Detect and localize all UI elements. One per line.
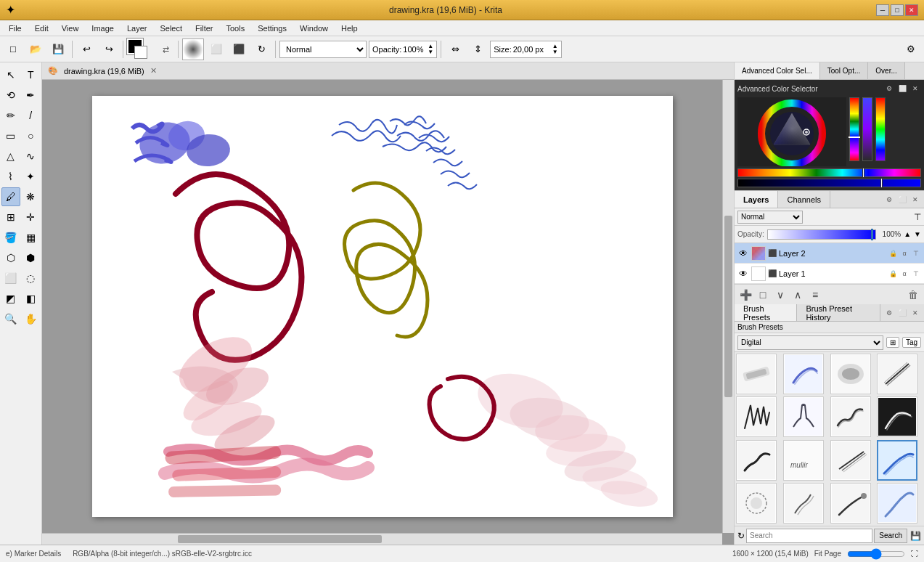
freehand-select-tool[interactable]: ◌	[22, 269, 41, 288]
select-tool[interactable]: ↖	[1, 65, 20, 84]
brush-cell-6[interactable]	[783, 396, 824, 437]
ellipse-tool[interactable]: ○	[22, 126, 41, 145]
layer-row-2[interactable]: 👁 ⬛ Layer 2 🔒 α ⊤	[735, 243, 924, 264]
tab-advanced-color-selector[interactable]: Advanced Color Sel...	[735, 62, 820, 79]
brush-cell-4[interactable]	[877, 354, 917, 394]
freehand-tool[interactable]: ⌇	[1, 167, 20, 186]
brush-panel-settings-icon[interactable]: ⚙	[883, 307, 895, 319]
brush-cell-10[interactable]: muliir	[783, 440, 824, 481]
menu-window[interactable]: Window	[294, 23, 334, 34]
opacity-strip[interactable]	[862, 97, 872, 161]
new-document-button[interactable]: □	[3, 39, 23, 60]
brush-preview[interactable]	[182, 38, 204, 60]
brush-cell-12[interactable]	[877, 440, 917, 481]
flip-v-button[interactable]: ⇕	[467, 39, 488, 60]
menu-settings[interactable]: Settings	[252, 23, 293, 34]
path-tool[interactable]: ⬢	[22, 248, 41, 267]
layer-2-filter-icon[interactable]: ⊤	[911, 248, 921, 258]
brush-cell-2[interactable]	[783, 354, 824, 394]
move-tool[interactable]: ✛	[22, 208, 41, 227]
marker-tool[interactable]: 🖊	[1, 187, 20, 206]
hue-gradient-bar[interactable]	[737, 168, 921, 177]
opacity-spinner[interactable]: ▲ ▼	[428, 44, 433, 55]
brush-cell-8[interactable]	[877, 396, 917, 437]
layer-1-filter-icon[interactable]: ⊤	[911, 269, 921, 279]
color-pair[interactable]	[127, 38, 152, 60]
brush-panel-close-icon[interactable]: ✕	[909, 307, 921, 319]
color-picker-button[interactable]: ⇄	[160, 42, 174, 57]
menu-layer[interactable]: Layer	[121, 23, 153, 34]
brush-cell-14[interactable]	[783, 483, 824, 524]
tab-tool-options[interactable]: Tool Opt...	[820, 62, 869, 79]
brush-tag-button[interactable]: Tag	[902, 337, 921, 348]
color-panel-float-icon[interactable]: ⬜	[896, 83, 908, 94]
crop-tool[interactable]: ⟲	[1, 86, 20, 105]
menu-tools[interactable]: Tools	[221, 23, 251, 34]
brush-category-select[interactable]: Digital Ink Watercolor	[737, 335, 883, 350]
brush-grid-view-button[interactable]: ⊞	[886, 337, 899, 348]
undo-button[interactable]: ↩	[76, 39, 97, 60]
layer-2-visibility-toggle[interactable]: 👁	[737, 248, 749, 259]
maximize-button[interactable]: □	[891, 4, 904, 16]
contiguous-area-tool[interactable]: ◩	[1, 289, 20, 308]
menu-select[interactable]: Select	[154, 23, 188, 34]
background-color[interactable]	[134, 46, 147, 59]
brush-search-button[interactable]: Search	[874, 529, 907, 543]
save-button[interactable]: 💾	[48, 39, 68, 60]
polygon-tool[interactable]: △	[1, 147, 20, 166]
blue-slider-thumb[interactable]	[880, 178, 883, 188]
menu-filter[interactable]: Filter	[189, 23, 218, 34]
brush-cell-11[interactable]	[830, 440, 871, 481]
horizontal-scroll-thumb[interactable]	[178, 535, 382, 543]
brush-cell-13[interactable]	[736, 483, 777, 524]
close-button[interactable]: ✕	[905, 4, 918, 16]
flip-h-button[interactable]: ⇔	[445, 39, 465, 60]
canvas-tab-title[interactable]: drawing.kra (19,6 MiB)	[64, 67, 144, 76]
layer-1-name[interactable]: Layer 1	[779, 269, 886, 278]
refresh-button[interactable]: ↻	[251, 39, 271, 60]
open-button[interactable]: 📂	[25, 39, 46, 60]
layers-tab[interactable]: Layers	[735, 191, 778, 208]
dynamic-tool[interactable]: ✦	[22, 167, 41, 186]
brush-tool[interactable]: ✏	[1, 106, 20, 125]
brush-cell-9[interactable]	[736, 440, 777, 481]
channels-tab[interactable]: Channels	[778, 191, 830, 208]
gradient-tool[interactable]: ▦	[22, 228, 41, 247]
size-spinner[interactable]: ▲ ▼	[552, 44, 558, 55]
eyedropper-tool[interactable]: ✒	[22, 86, 41, 105]
layer-2-alpha-icon[interactable]: α	[899, 248, 909, 258]
blue-slider-bar[interactable]	[737, 179, 921, 187]
minimize-button[interactable]: ─	[876, 4, 889, 16]
bezier-tool[interactable]: ∿	[22, 147, 41, 166]
multibrush-tool[interactable]: ❋	[22, 187, 41, 206]
text-tool[interactable]: T	[22, 65, 41, 84]
color-panel-close-icon[interactable]: ✕	[909, 83, 921, 94]
magnetic-select-tool[interactable]: ◧	[22, 289, 41, 308]
brush-cell-5[interactable]	[736, 396, 777, 437]
blend-mode-select[interactable]: Normal Multiply Screen Overlay	[279, 41, 367, 58]
edit-shapes-tool[interactable]: ⬡	[1, 248, 20, 267]
brush-panel-float-icon[interactable]: ⬜	[896, 307, 908, 319]
menu-view[interactable]: View	[56, 23, 85, 34]
redo-button[interactable]: ↪	[99, 39, 119, 60]
brush-cell-1[interactable]	[736, 354, 777, 394]
hue-strip[interactable]	[849, 97, 859, 161]
layer-1-alpha-icon[interactable]: α	[899, 269, 909, 279]
zoom-slider[interactable]	[847, 548, 905, 560]
vertical-scroll-thumb[interactable]	[724, 216, 732, 397]
brush-refresh-icon[interactable]: ↻	[737, 531, 745, 541]
color-panel-settings-icon[interactable]: ⚙	[883, 83, 895, 94]
layer-2-lock-icon[interactable]: 🔒	[888, 248, 898, 258]
layer-row-1[interactable]: 👁 ⬛ Layer 1 🔒 α ⊤	[735, 264, 924, 284]
brush-cell-15[interactable]	[830, 483, 871, 524]
opacity-up-arrow[interactable]: ▲	[904, 230, 911, 238]
transform-tool[interactable]: ⊞	[1, 208, 20, 227]
layers-filter-icon[interactable]: ⊤	[914, 212, 921, 222]
layers-panel-float-icon[interactable]: ⬜	[896, 194, 908, 205]
zoom-tool[interactable]: 🔍	[1, 309, 20, 328]
layers-panel-settings-icon[interactable]: ⚙	[883, 194, 895, 205]
brush-cell-3[interactable]	[830, 354, 871, 394]
brush-cell-16[interactable]	[877, 483, 917, 524]
line-tool[interactable]: /	[22, 106, 41, 125]
tab-overview[interactable]: Over...	[868, 62, 904, 79]
